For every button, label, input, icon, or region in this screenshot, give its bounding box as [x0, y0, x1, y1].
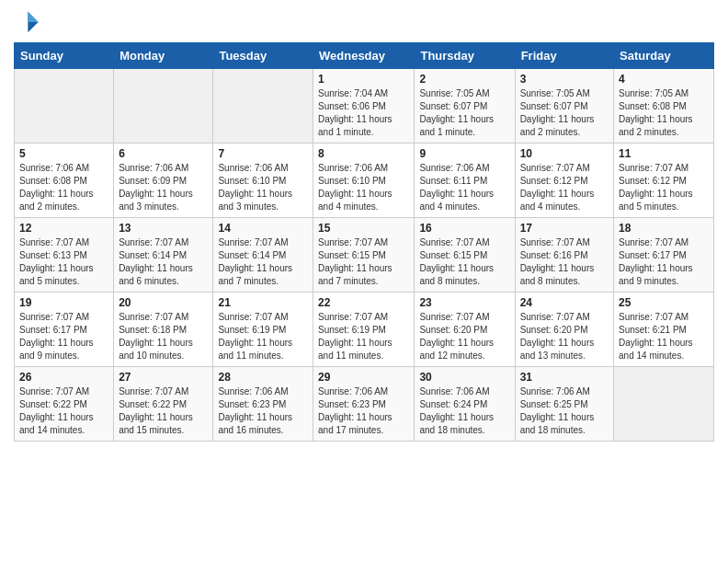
day-number: 10 [520, 147, 609, 160]
day-cell: 24Sunrise: 7:07 AM Sunset: 6:20 PM Dayli… [515, 293, 613, 367]
day-cell [15, 69, 114, 144]
day-info: Sunrise: 7:07 AM Sunset: 6:20 PM Dayligh… [419, 311, 509, 362]
day-cell: 4Sunrise: 7:05 AM Sunset: 6:08 PM Daylig… [614, 69, 714, 144]
day-cell [614, 367, 714, 442]
day-info: Sunrise: 7:06 AM Sunset: 6:10 PM Dayligh… [218, 162, 308, 213]
day-number: 16 [419, 222, 509, 235]
day-info: Sunrise: 7:07 AM Sunset: 6:13 PM Dayligh… [19, 236, 108, 288]
day-number: 3 [520, 73, 609, 86]
header [14, 9, 714, 35]
day-cell: 1Sunrise: 7:04 AM Sunset: 6:06 PM Daylig… [313, 69, 415, 144]
day-number: 6 [119, 147, 208, 160]
day-cell: 26Sunrise: 7:07 AM Sunset: 6:22 PM Dayli… [15, 367, 114, 442]
day-cell: 12Sunrise: 7:07 AM Sunset: 6:13 PM Dayli… [15, 218, 114, 293]
day-cell: 31Sunrise: 7:06 AM Sunset: 6:25 PM Dayli… [515, 367, 613, 442]
day-number: 8 [318, 147, 409, 160]
day-cell: 22Sunrise: 7:07 AM Sunset: 6:19 PM Dayli… [313, 293, 415, 367]
day-number: 14 [218, 222, 308, 235]
day-info: Sunrise: 7:06 AM Sunset: 6:23 PM Dayligh… [318, 385, 409, 437]
day-info: Sunrise: 7:07 AM Sunset: 6:15 PM Dayligh… [419, 236, 509, 288]
calendar-table: SundayMondayTuesdayWednesdayThursdayFrid… [14, 42, 714, 442]
day-number: 2 [419, 73, 509, 86]
day-cell: 28Sunrise: 7:06 AM Sunset: 6:23 PM Dayli… [213, 367, 313, 442]
day-cell: 18Sunrise: 7:07 AM Sunset: 6:17 PM Dayli… [614, 218, 714, 293]
day-info: Sunrise: 7:06 AM Sunset: 6:23 PM Dayligh… [218, 385, 308, 437]
day-info: Sunrise: 7:06 AM Sunset: 6:24 PM Dayligh… [419, 385, 509, 437]
day-number: 18 [619, 222, 709, 235]
day-cell [213, 69, 313, 144]
day-info: Sunrise: 7:06 AM Sunset: 6:10 PM Dayligh… [318, 162, 409, 213]
day-cell: 25Sunrise: 7:07 AM Sunset: 6:21 PM Dayli… [614, 293, 714, 367]
day-info: Sunrise: 7:06 AM Sunset: 6:11 PM Dayligh… [419, 162, 509, 213]
day-info: Sunrise: 7:07 AM Sunset: 6:15 PM Dayligh… [318, 236, 409, 288]
day-number: 29 [318, 371, 409, 384]
day-info: Sunrise: 7:07 AM Sunset: 6:12 PM Dayligh… [619, 162, 709, 213]
weekday-header-wednesday: Wednesday [313, 43, 415, 69]
day-cell: 9Sunrise: 7:06 AM Sunset: 6:11 PM Daylig… [415, 144, 515, 218]
weekday-header-thursday: Thursday [415, 43, 515, 69]
day-number: 27 [119, 371, 208, 384]
day-number: 5 [19, 147, 108, 160]
day-cell: 27Sunrise: 7:07 AM Sunset: 6:22 PM Dayli… [114, 367, 213, 442]
day-info: Sunrise: 7:07 AM Sunset: 6:17 PM Dayligh… [619, 236, 709, 288]
day-number: 15 [318, 222, 409, 235]
day-info: Sunrise: 7:04 AM Sunset: 6:06 PM Dayligh… [318, 87, 409, 139]
day-info: Sunrise: 7:05 AM Sunset: 6:07 PM Dayligh… [520, 87, 609, 139]
day-number: 30 [419, 371, 509, 384]
day-number: 19 [19, 296, 108, 309]
day-number: 25 [619, 296, 709, 309]
day-cell: 8Sunrise: 7:06 AM Sunset: 6:10 PM Daylig… [313, 144, 415, 218]
weekday-header-friday: Friday [515, 43, 613, 69]
day-cell: 14Sunrise: 7:07 AM Sunset: 6:14 PM Dayli… [213, 218, 313, 293]
week-row-4: 19Sunrise: 7:07 AM Sunset: 6:17 PM Dayli… [15, 293, 714, 367]
logo [14, 9, 43, 35]
day-cell: 29Sunrise: 7:06 AM Sunset: 6:23 PM Dayli… [313, 367, 415, 442]
day-info: Sunrise: 7:07 AM Sunset: 6:14 PM Dayligh… [218, 236, 308, 288]
day-cell: 30Sunrise: 7:06 AM Sunset: 6:24 PM Dayli… [415, 367, 515, 442]
day-number: 4 [619, 73, 709, 86]
day-number: 12 [19, 222, 108, 235]
day-info: Sunrise: 7:06 AM Sunset: 6:08 PM Dayligh… [19, 162, 108, 213]
weekday-header-monday: Monday [114, 43, 213, 69]
day-cell: 21Sunrise: 7:07 AM Sunset: 6:19 PM Dayli… [213, 293, 313, 367]
day-number: 7 [218, 147, 308, 160]
day-number: 23 [419, 296, 509, 309]
day-cell [114, 69, 213, 144]
page: SundayMondayTuesdayWednesdayThursdayFrid… [0, 0, 728, 455]
day-cell: 5Sunrise: 7:06 AM Sunset: 6:08 PM Daylig… [15, 144, 114, 218]
logo-icon [14, 9, 40, 35]
day-cell: 16Sunrise: 7:07 AM Sunset: 6:15 PM Dayli… [415, 218, 515, 293]
day-number: 20 [119, 296, 208, 309]
day-number: 26 [19, 371, 108, 384]
day-number: 9 [419, 147, 509, 160]
day-number: 24 [520, 296, 609, 309]
day-cell: 6Sunrise: 7:06 AM Sunset: 6:09 PM Daylig… [114, 144, 213, 218]
day-info: Sunrise: 7:07 AM Sunset: 6:19 PM Dayligh… [218, 311, 308, 362]
svg-marker-1 [28, 12, 38, 22]
day-number: 22 [318, 296, 409, 309]
day-info: Sunrise: 7:06 AM Sunset: 6:25 PM Dayligh… [520, 385, 609, 437]
day-info: Sunrise: 7:07 AM Sunset: 6:20 PM Dayligh… [520, 311, 609, 362]
day-cell: 20Sunrise: 7:07 AM Sunset: 6:18 PM Dayli… [114, 293, 213, 367]
day-info: Sunrise: 7:07 AM Sunset: 6:22 PM Dayligh… [19, 385, 108, 437]
day-cell: 7Sunrise: 7:06 AM Sunset: 6:10 PM Daylig… [213, 144, 313, 218]
weekday-header-saturday: Saturday [614, 43, 714, 69]
weekday-header-tuesday: Tuesday [213, 43, 313, 69]
week-row-3: 12Sunrise: 7:07 AM Sunset: 6:13 PM Dayli… [15, 218, 714, 293]
day-info: Sunrise: 7:05 AM Sunset: 6:07 PM Dayligh… [419, 87, 509, 139]
day-number: 13 [119, 222, 208, 235]
day-info: Sunrise: 7:07 AM Sunset: 6:17 PM Dayligh… [19, 311, 108, 362]
day-number: 31 [520, 371, 609, 384]
week-row-1: 1Sunrise: 7:04 AM Sunset: 6:06 PM Daylig… [15, 69, 714, 144]
weekday-header-row: SundayMondayTuesdayWednesdayThursdayFrid… [15, 43, 714, 69]
day-cell: 3Sunrise: 7:05 AM Sunset: 6:07 PM Daylig… [515, 69, 613, 144]
day-number: 11 [619, 147, 709, 160]
day-info: Sunrise: 7:07 AM Sunset: 6:21 PM Dayligh… [619, 311, 709, 362]
day-info: Sunrise: 7:05 AM Sunset: 6:08 PM Dayligh… [619, 87, 709, 139]
week-row-5: 26Sunrise: 7:07 AM Sunset: 6:22 PM Dayli… [15, 367, 714, 442]
day-info: Sunrise: 7:07 AM Sunset: 6:16 PM Dayligh… [520, 236, 609, 288]
day-number: 28 [218, 371, 308, 384]
day-cell: 11Sunrise: 7:07 AM Sunset: 6:12 PM Dayli… [614, 144, 714, 218]
day-cell: 13Sunrise: 7:07 AM Sunset: 6:14 PM Dayli… [114, 218, 213, 293]
day-cell: 15Sunrise: 7:07 AM Sunset: 6:15 PM Dayli… [313, 218, 415, 293]
